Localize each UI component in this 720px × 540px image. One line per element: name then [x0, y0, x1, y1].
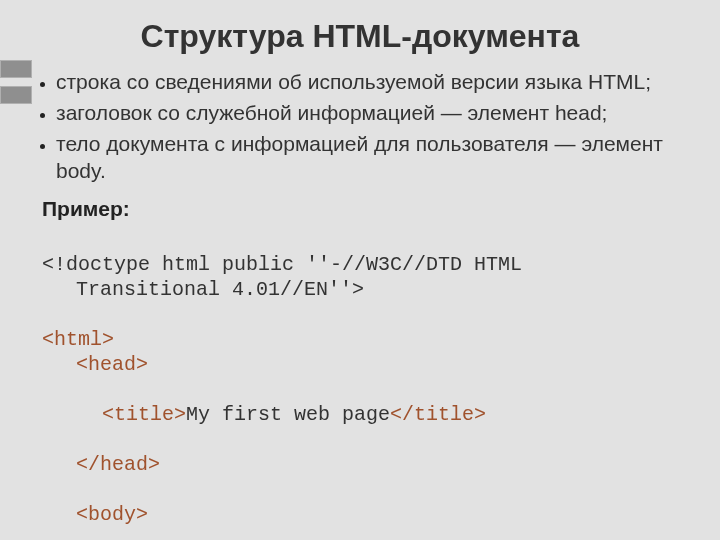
code-line: <head> [42, 352, 680, 377]
code-tag: </head> [76, 453, 160, 476]
code-tag: <title> [102, 403, 186, 426]
decorative-side-bars [0, 60, 32, 104]
code-tag: </title> [390, 403, 486, 426]
bullet-item: тело документа с информацией для пользов… [56, 131, 680, 185]
code-line: <title>My first web page</title> [42, 402, 680, 427]
bullet-item: строка со сведениями об используемой вер… [56, 69, 680, 96]
code-line: </head> [42, 452, 680, 477]
side-bar-2 [0, 86, 32, 104]
page-title: Структура HTML-документа [0, 0, 720, 69]
code-text: <!doctype html public ''-//W3C//DTD HTML [42, 253, 522, 276]
code-tag: <head> [76, 353, 148, 376]
code-block: <!doctype html public ''-//W3C//DTD HTML… [42, 227, 680, 541]
bullet-item: заголовок со служебной информацией — эле… [56, 100, 680, 127]
bullet-list: строка со сведениями об используемой вер… [56, 69, 680, 185]
code-line: <html> [42, 328, 114, 351]
code-line: Transitional 4.01//EN''> [42, 277, 680, 302]
content-area: строка со сведениями об используемой вер… [0, 69, 720, 540]
example-label: Пример: [42, 197, 680, 221]
code-tag: <body> [76, 503, 148, 526]
side-bar-1 [0, 60, 32, 78]
code-line: <body> [42, 502, 680, 527]
code-text: Transitional 4.01//EN''> [76, 278, 364, 301]
code-tag: <html> [42, 328, 114, 351]
code-text: My first web page [186, 403, 390, 426]
code-line: <!doctype html public ''-//W3C//DTD HTML [42, 253, 522, 276]
